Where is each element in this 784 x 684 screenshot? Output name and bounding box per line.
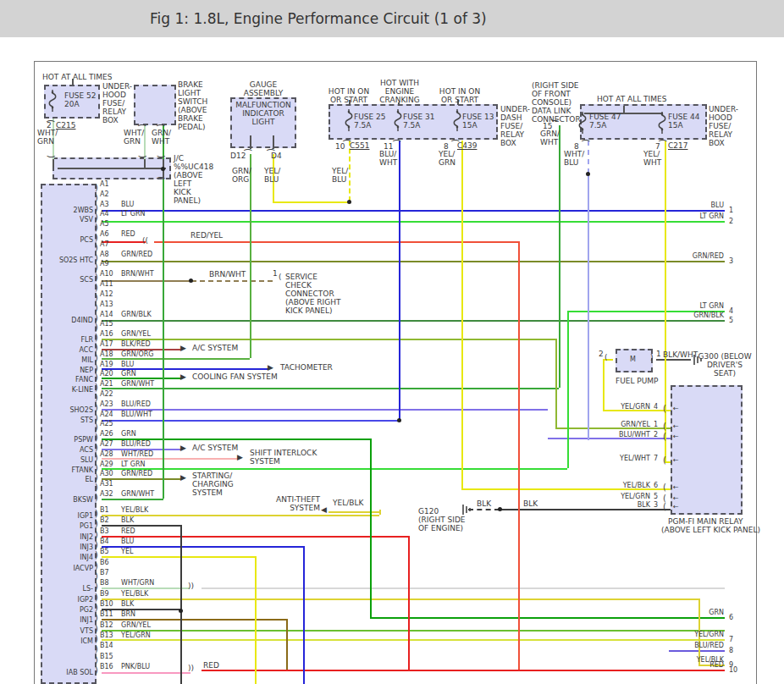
inline-connector-a6: (( xyxy=(142,236,148,245)
ecm-signal-b12: VTS xyxy=(49,627,93,636)
arrow-ac-1-icon: ▶ xyxy=(180,344,186,352)
pin-10: 10 xyxy=(335,142,345,151)
ecm-pin-bracket-icon: ) xyxy=(95,666,98,675)
relay-pin-label-1: GRN/YEL xyxy=(593,421,650,429)
wire-yel-blu-2: YEL/ BLU xyxy=(332,167,348,184)
pgm-fi-relay-box xyxy=(671,385,743,515)
wire-segment xyxy=(102,672,190,674)
ecm-wire-label-b9: YEL/BLK xyxy=(121,590,148,598)
ecm-pin-bracket-icon: ) xyxy=(95,404,98,412)
connector-bracket-icon: ) xyxy=(157,176,165,179)
ecm-signal-b9: IGP2 xyxy=(49,596,93,604)
ecm-pin-a19: A19 xyxy=(100,361,113,369)
relay-pin-arrow-icon: ← xyxy=(673,433,679,441)
ecm-signal-a10: SCS xyxy=(49,276,93,284)
wire-segment xyxy=(102,409,548,411)
ecm-signal-b11: INJ1 xyxy=(49,616,93,625)
ecm-pin-bracket-icon: ) xyxy=(95,645,98,654)
relay-pin-bracket-icon: ( xyxy=(663,422,666,431)
wiring-diagram-canvas: )))))))))))))))HOT AT ALL TIMESUNDER- HO… xyxy=(0,0,784,684)
wire-segment xyxy=(329,511,379,513)
relay-pin-label-2: BLU/WHT xyxy=(593,431,650,439)
inline-connector-b8: )) xyxy=(188,582,194,590)
data-link-connector-label: (RIGHT SIDE OF FRONT CONSOLE) DATA LINK … xyxy=(532,81,581,124)
fuse-symbol-icon xyxy=(657,112,667,137)
wire-segment xyxy=(756,61,757,684)
junction-connector-label: J/C %%UC418 (ABOVE LEFT KICK PANEL) xyxy=(174,154,213,205)
connector-c215: C215 xyxy=(56,121,75,130)
ecm-pin-bracket-icon: ) xyxy=(95,204,98,212)
dest-tachometer: TACHOMETER xyxy=(280,363,333,372)
relay-pin-num-4: 4 xyxy=(654,403,658,411)
wire-segment xyxy=(656,359,691,361)
wire-segment xyxy=(102,619,286,621)
ecm-pin-a12: A12 xyxy=(100,290,113,299)
wire-segment xyxy=(370,439,372,617)
ecm-pin-bracket-icon: ) xyxy=(95,314,98,323)
relay-pin-label-5: YEL/GRN xyxy=(593,493,650,501)
wire-blk-1: BLK xyxy=(477,499,491,508)
wire-segment xyxy=(102,598,698,600)
ecm-wire-label-a3: BLU xyxy=(121,201,134,209)
ecm-wire-label-a19: BLU xyxy=(121,361,134,369)
wire-segment xyxy=(102,556,255,558)
wire-segment xyxy=(144,159,146,168)
mil-label: MALFUNCTION INDICATOR LIGHT xyxy=(232,101,295,126)
ecm-pin-a27: A27 xyxy=(100,440,113,449)
ecm-wire-label-a17: BLK/RED xyxy=(121,340,151,349)
ecm-pin-bracket-icon: ) xyxy=(95,473,98,482)
hot-in-on-1: HOT IN ON OR START xyxy=(324,87,373,104)
ecm-pin-b15: B15 xyxy=(100,653,113,661)
ecm-signal-a23: SHO2S xyxy=(49,406,93,415)
ecm-pin-a15: A15 xyxy=(100,320,113,328)
wire-segment xyxy=(144,125,146,159)
ecm-signal-b5: INJ4 xyxy=(49,554,93,562)
hot-with-engine-cranking: HOT WITH ENGINE CRANKING xyxy=(375,79,424,104)
wire-segment xyxy=(273,201,349,203)
relay-pin-bracket-icon: ( xyxy=(663,503,666,511)
hot-at-all-times-2: HOT AT ALL TIMES xyxy=(597,95,666,103)
wire-yel-blu-1: YEL/ BLU xyxy=(264,167,280,184)
junction-dot xyxy=(586,172,590,176)
arrow-tachometer-icon: ▶ xyxy=(268,363,273,372)
relay-pin-num-2: 2 xyxy=(654,431,658,439)
brake-light-switch-box xyxy=(134,85,176,125)
service-check-connector-label: SERVICE CHECK CONNECTOR (ABOVE RIGHT KIC… xyxy=(285,273,340,315)
wire-segment xyxy=(102,499,163,500)
ecm-pin-bracket-icon: ) xyxy=(95,520,98,528)
junction-dot xyxy=(189,279,193,283)
ecm-signal-a6: PCS xyxy=(49,236,93,245)
ecm-pin-b2: B2 xyxy=(100,516,109,525)
ecm-wire-label-b3: RED xyxy=(121,527,135,536)
ecm-pin-bracket-icon: ) xyxy=(95,464,98,472)
exit-number-10: 10 xyxy=(729,666,737,675)
fuel-pump-bracket-left: ( xyxy=(605,353,608,361)
ecm-signal-b1: IGP1 xyxy=(49,512,93,521)
ecm-pin-bracket-icon: ) xyxy=(95,354,98,362)
wire-segment xyxy=(555,339,557,428)
ecm-signal-b13: ICM xyxy=(49,637,93,646)
fuel-pump-bracket-right: ) xyxy=(650,353,654,361)
ecm-pin-a4: A4 xyxy=(100,210,109,218)
wire-segment xyxy=(180,525,182,684)
arrow-starting-charging-icon: ▶ xyxy=(180,473,186,482)
ecm-pin-a20: A20 xyxy=(100,370,113,378)
wire-segment xyxy=(588,141,589,174)
ecm-signal-a29: FTANK xyxy=(49,466,93,475)
junction-dot xyxy=(397,418,401,422)
ecm-pin-a29: A29 xyxy=(100,461,113,469)
wire-red-yel: RED/YEL xyxy=(190,231,223,240)
wire-segment xyxy=(102,639,725,641)
ecm-signal-a24: STS xyxy=(49,416,93,425)
brake-light-switch-label: BRAKE LIGHT SWITCH (ABOVE BRAKE PEDAL) xyxy=(178,80,207,131)
wire-wht-blu: WHT/ BLU xyxy=(564,150,584,167)
ecm-pin-bracket-icon: ) xyxy=(95,444,98,452)
wire-grn-wht-2: GRN/ WHT xyxy=(540,130,560,146)
ecm-pin-a2: A2 xyxy=(100,190,109,199)
ecm-signal-a27: ACS xyxy=(49,446,93,455)
hot-in-on-2: HOT IN ON OR START xyxy=(435,87,484,104)
ecm-wire-label-a4: LT GRN xyxy=(121,210,146,218)
ecm-wire-label-a18: GRN/ORG xyxy=(121,350,154,359)
ecm-wire-label-b5: YEL xyxy=(121,548,133,556)
ecm-wire-label-a32: GRN/WHT xyxy=(121,490,154,499)
